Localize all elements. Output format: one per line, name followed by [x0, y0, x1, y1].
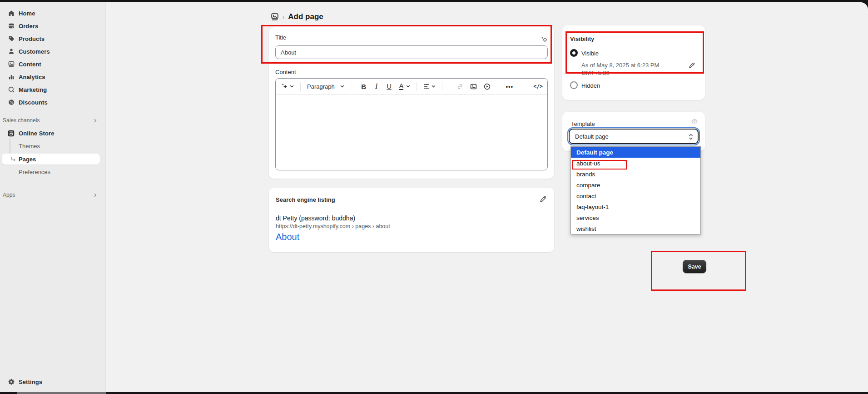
orders-icon	[8, 23, 15, 30]
more-options-button[interactable]: •••	[506, 81, 513, 92]
editor-body[interactable]	[276, 95, 547, 170]
dropdown-option-contact[interactable]: contact	[571, 190, 700, 201]
dropdown-option-faq-layout-1[interactable]: faq-layout-1	[571, 201, 700, 212]
sidebar-item-discounts[interactable]: Discounts	[0, 96, 106, 109]
edit-pencil-icon[interactable]	[540, 195, 547, 203]
content-label: Content	[275, 69, 296, 75]
insert-video-icon[interactable]	[481, 81, 492, 92]
sidebar-item-label: Settings	[19, 379, 42, 385]
sidebar-item-label: Marketing	[19, 86, 47, 93]
toolbar-divider	[417, 82, 417, 91]
dropdown-option-brands[interactable]: brands	[571, 169, 700, 180]
underline-button[interactable]: U	[383, 81, 396, 92]
template-card: Template Default page	[562, 112, 705, 151]
dropdown-option-services[interactable]: services	[571, 212, 700, 223]
paragraph-style-dropdown[interactable]: Paragraph	[307, 81, 344, 92]
toolbar-divider	[351, 82, 351, 91]
template-select[interactable]: Default page	[569, 129, 699, 144]
template-select-value: Default page	[575, 133, 609, 140]
editor-toolbar: Paragraph B I U A	[276, 79, 547, 95]
toolbar-divider	[499, 82, 499, 91]
dropdown-option-default-page[interactable]: Default page	[571, 147, 700, 158]
breadcrumb: › Add page	[271, 12, 323, 21]
sidebar-item-pages[interactable]: Pages	[2, 154, 100, 165]
annotation-box-save	[651, 251, 746, 291]
settings-gear-icon	[8, 379, 15, 385]
seo-heading: Search engine listing	[276, 196, 335, 203]
page-title: Add page	[288, 12, 323, 21]
toolbar-divider	[442, 82, 442, 91]
sales-channels-header[interactable]: Sales channels	[3, 116, 40, 125]
pages-breadcrumb-icon[interactable]	[271, 13, 278, 21]
seo-page-title-link[interactable]: About	[276, 232, 299, 242]
sidebar-item-content[interactable]: Content	[0, 58, 106, 70]
insert-image-icon[interactable]	[468, 81, 479, 92]
sidebar-item-label: Content	[19, 61, 41, 68]
sidebar-item-preferences[interactable]: Preferences	[19, 167, 50, 177]
app-surface: Home Orders Products Customers Content	[0, 2, 868, 392]
sidebar-item-analytics[interactable]: Analytics	[0, 70, 106, 83]
sidebar-item-label: Analytics	[19, 74, 45, 80]
arrow-branch-icon	[11, 157, 16, 162]
chevron-right-icon[interactable]	[93, 116, 98, 125]
text-color-button[interactable]: A	[399, 81, 411, 92]
annotation-box-about-us	[572, 160, 627, 170]
bold-button[interactable]: B	[357, 81, 370, 92]
seo-card: Search engine listing dt Petty (password…	[269, 188, 554, 252]
annotation-box-visibility	[565, 31, 704, 74]
sidebar-item-label: Orders	[19, 23, 38, 30]
customers-icon	[8, 48, 15, 55]
alignment-button[interactable]	[423, 81, 436, 92]
sidebar-item-themes[interactable]: Themes	[19, 141, 40, 151]
sidebar-item-products[interactable]: Products	[0, 32, 106, 45]
seo-url: https://dt-petty.myshopify.com › pages ›…	[276, 223, 390, 229]
sidebar-item-marketing[interactable]: Marketing	[0, 83, 106, 96]
apps-header[interactable]: Apps	[3, 190, 15, 199]
italic-button[interactable]: I	[370, 81, 383, 92]
online-store-icon	[8, 130, 15, 137]
sidebar: Home Orders Products Customers Content	[0, 2, 106, 392]
sidebar-item-orders[interactable]: Orders	[0, 20, 106, 32]
sidebar-item-label: Customers	[19, 48, 50, 55]
content-editor[interactable]: Paragraph B I U A	[275, 78, 548, 170]
sidebar-item-label: Discounts	[19, 99, 48, 106]
sidebar-item-label: Online Store	[19, 130, 55, 137]
horizontal-scrollbar-thumb[interactable]	[17, 392, 106, 394]
breadcrumb-chevron: ›	[283, 14, 284, 20]
discounts-icon	[8, 99, 15, 106]
view-eye-icon[interactable]	[691, 119, 698, 124]
annotation-box-title	[261, 25, 552, 64]
sidebar-item-label: Home	[19, 10, 35, 17]
analytics-icon	[8, 74, 15, 80]
hidden-radio[interactable]	[570, 81, 578, 89]
select-updown-icon	[689, 133, 693, 140]
sidebar-item-home[interactable]: Home	[0, 7, 106, 20]
sidebar-item-label: Products	[19, 35, 45, 42]
code-view-button[interactable]: </>	[533, 81, 543, 92]
products-icon	[8, 35, 15, 42]
marketing-icon	[8, 86, 15, 93]
toolbar-divider	[300, 82, 301, 91]
template-heading: Template	[571, 120, 595, 127]
ai-sparkle-icon[interactable]	[281, 81, 294, 92]
dropdown-option-wishlist[interactable]: wishlist	[571, 223, 700, 234]
chevron-right-icon[interactable]	[93, 190, 98, 199]
content-icon	[8, 61, 15, 68]
home-icon	[8, 10, 15, 17]
sidebar-item-settings[interactable]: Settings	[0, 375, 106, 388]
seo-site-name: dt Petty (password: buddha)	[276, 214, 355, 222]
sidebar-item-online-store[interactable]: Online Store	[0, 127, 106, 140]
link-icon[interactable]	[454, 81, 465, 92]
sidebar-item-label: Pages	[19, 156, 36, 163]
dropdown-option-compare[interactable]: compare	[571, 180, 700, 190]
sidebar-item-customers[interactable]: Customers	[0, 45, 106, 58]
hidden-label: Hidden	[581, 82, 600, 89]
